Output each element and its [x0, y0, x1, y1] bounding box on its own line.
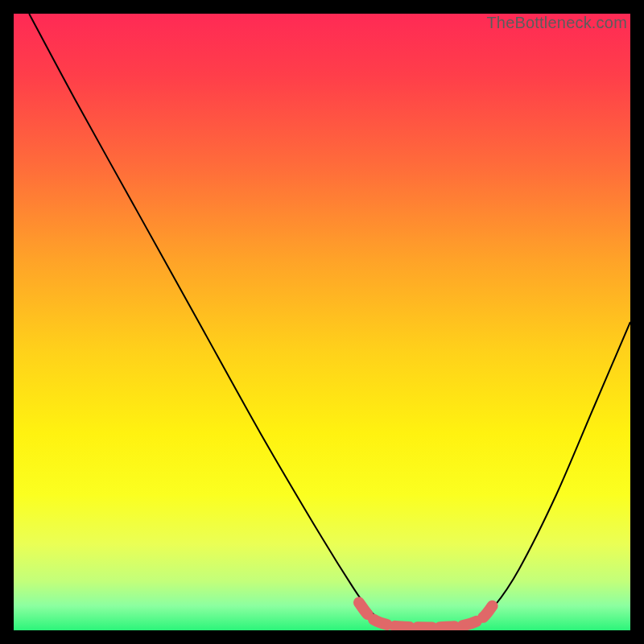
- watermark-text: TheBottleneck.com: [486, 14, 627, 32]
- chart-frame: TheBottleneck.com: [14, 14, 630, 630]
- bottleneck-chart: [14, 14, 630, 630]
